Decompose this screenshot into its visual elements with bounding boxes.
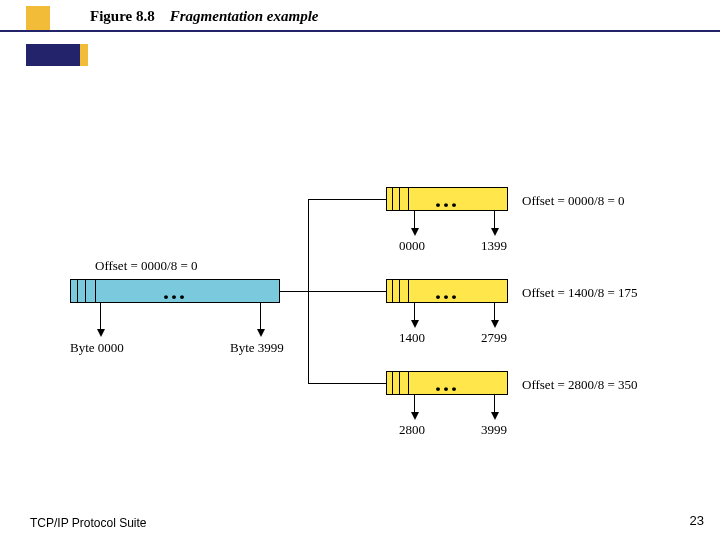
fragment-2-offset-label: Offset = 1400/8 = 175 — [522, 285, 638, 301]
arrow-down-icon — [491, 320, 499, 328]
fragment-packet-1: ... — [386, 187, 508, 211]
arrow-down-icon — [411, 228, 419, 236]
footer-text: TCP/IP Protocol Suite — [30, 516, 147, 530]
connector — [414, 303, 415, 320]
packet-header-mark — [399, 188, 409, 210]
fragment-packet-3: ... — [386, 371, 508, 395]
connector — [100, 303, 101, 329]
packet-header-mark — [85, 280, 96, 302]
original-offset-label: Offset = 0000/8 = 0 — [95, 258, 198, 274]
arrow-down-icon — [97, 329, 105, 337]
fragment-1-offset-label: Offset = 0000/8 = 0 — [522, 193, 625, 209]
original-packet: ... — [70, 279, 280, 303]
fragment-3-start-byte: 2800 — [399, 422, 425, 438]
original-end-byte-label: Byte 3999 — [230, 340, 284, 356]
connector — [308, 199, 386, 200]
fragment-1-end-byte: 1399 — [481, 238, 507, 254]
arrow-down-icon — [411, 320, 419, 328]
connector — [494, 303, 495, 320]
connector — [494, 395, 495, 412]
arrow-down-icon — [491, 228, 499, 236]
fragment-packet-2: ... — [386, 279, 508, 303]
connector — [308, 383, 386, 384]
connector — [280, 291, 308, 292]
connector — [414, 395, 415, 412]
connector — [260, 303, 261, 329]
connector — [494, 211, 495, 228]
arrow-down-icon — [257, 329, 265, 337]
diagram-canvas: Offset = 0000/8 = 0 ... Byte 0000 Byte 3… — [0, 0, 720, 540]
original-start-byte-label: Byte 0000 — [70, 340, 124, 356]
packet-header-mark — [399, 280, 409, 302]
fragment-1-start-byte: 0000 — [399, 238, 425, 254]
connector — [414, 211, 415, 228]
connector — [308, 291, 386, 292]
connector — [308, 199, 309, 291]
fragment-2-start-byte: 1400 — [399, 330, 425, 346]
connector — [308, 291, 309, 383]
fragment-3-offset-label: Offset = 2800/8 = 350 — [522, 377, 638, 393]
page-number: 23 — [690, 513, 704, 528]
arrow-down-icon — [411, 412, 419, 420]
arrow-down-icon — [491, 412, 499, 420]
fragment-2-end-byte: 2799 — [481, 330, 507, 346]
fragment-3-end-byte: 3999 — [481, 422, 507, 438]
packet-header-mark — [399, 372, 409, 394]
